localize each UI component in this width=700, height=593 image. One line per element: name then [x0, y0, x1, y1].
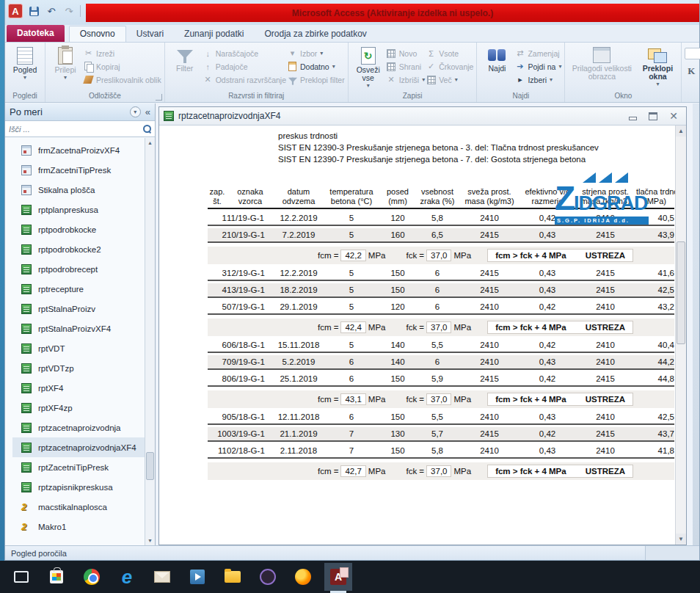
nav-item-rptrecepture[interactable]: rptrecepture: [12, 279, 145, 299]
nav-item-rptpodrobkocke[interactable]: rptpodrobkocke: [12, 219, 145, 239]
nav-item-frmzacetnitippresk[interactable]: frmZacetniTipPresk: [12, 160, 145, 180]
table-row[interactable]: 606/18-G-115.11.201851405,524100,4224104…: [208, 338, 674, 353]
report-scrollbar[interactable]: ▲ ▼: [675, 125, 686, 545]
report-titlebar[interactable]: rptzacetnaproizvodnjaXF4 ✕: [159, 107, 686, 125]
collapse-pane-icon[interactable]: «: [145, 106, 150, 117]
scrollbar-thumb[interactable]: [677, 241, 685, 344]
undo-button[interactable]: ↶: [45, 4, 58, 18]
bittorrent-glyph: [260, 569, 276, 585]
qat-separator: [80, 5, 81, 17]
remove-sort-button[interactable]: ✕Odstrani razvrščanje: [203, 74, 286, 85]
tab-datoteka[interactable]: Datoteka: [7, 25, 65, 42]
advanced-button[interactable]: Dodatno▾: [288, 61, 345, 72]
nav-item-rptvdt[interactable]: rptVDT: [12, 338, 145, 358]
spelling-button[interactable]: ✓Črkovanje: [426, 61, 473, 72]
taskbar-firefox-icon[interactable]: [292, 566, 314, 588]
nav-item-rptxf4[interactable]: rptXF4: [12, 378, 145, 398]
cut-button[interactable]: ✂Izreži: [84, 48, 161, 59]
table-row[interactable]: 507/19-G-129.1.20195120624100,42241043,2: [208, 300, 674, 315]
taskbar-mail-icon[interactable]: [151, 566, 173, 588]
paste-button[interactable]: Prilepi ▾: [48, 45, 82, 80]
nav-item-rptzacetnitippresk[interactable]: rptZacetniTipPresk: [12, 457, 145, 477]
nav-item-rptstalnaproizvxf4[interactable]: rptStalnaProizvXF4: [12, 319, 145, 338]
taskbar-store-icon[interactable]: [45, 566, 68, 588]
nav-item-rptpodrobrecept[interactable]: rptpodrobrecept: [12, 259, 145, 279]
table-cell: 5: [324, 341, 379, 349]
select-button[interactable]: ▸Izberi▾: [515, 74, 561, 85]
filter-button[interactable]: Filter: [168, 45, 202, 73]
save-record-button[interactable]: Shrani: [387, 61, 425, 72]
selection-button[interactable]: ▾Izbor▾: [288, 48, 345, 59]
redo-button[interactable]: ↷: [62, 4, 76, 18]
tab-ustvari[interactable]: Ustvari: [126, 26, 174, 42]
taskbar-access-icon[interactable]: A: [327, 566, 349, 588]
tab-orodja[interactable]: Orodja za zbirke podatkov: [254, 26, 376, 42]
goto-button[interactable]: ➔Pojdi na▾: [515, 61, 561, 72]
taskbar-chrome-icon[interactable]: [81, 566, 103, 588]
nav-item-rptxf4zp[interactable]: rptXF4zp: [12, 398, 145, 418]
totals-button[interactable]: ΣVsote: [426, 48, 473, 59]
new-record-button[interactable]: Novo: [387, 48, 425, 59]
nav-item-macstikalnaplosca[interactable]: macstikalnaplosca: [12, 497, 145, 517]
scroll-down-icon[interactable]: ▼: [676, 534, 686, 545]
taskbar-file-explorer-icon[interactable]: [222, 566, 244, 588]
table-row[interactable]: 210/19-G-17.2.201951606,524150,43241543,…: [208, 228, 674, 243]
nav-item-rptstalnaproizv[interactable]: rptStalnaProizv: [12, 299, 145, 319]
tab-zunanji-podatki[interactable]: Zunanji podatki: [174, 26, 254, 42]
save-button[interactable]: [27, 4, 40, 18]
maximize-button[interactable]: [645, 110, 661, 122]
taskbar-movies-tv-icon[interactable]: [186, 566, 208, 588]
table-row[interactable]: 312/19-G-112.2.20195150624150,43241541,6: [208, 266, 674, 281]
search-input[interactable]: Išči ...: [9, 125, 143, 134]
taskbar-edge-icon[interactable]: e: [116, 566, 138, 588]
minimize-button[interactable]: [624, 110, 641, 122]
switch-windows-button[interactable]: Preklopi okna ▾: [637, 45, 678, 87]
nav-item-stikalna-plo-a[interactable]: Stikalna plošča: [12, 180, 145, 200]
more-button[interactable]: Več▾: [426, 74, 473, 85]
nav-scrollbar[interactable]: ▲ ▼: [145, 138, 155, 545]
tab-osnovno[interactable]: Osnovno: [69, 26, 126, 42]
nav-item-rptzacetnaproizvodnja[interactable]: rptzacetnaproizvodnja: [12, 418, 145, 437]
scroll-up-icon[interactable]: ▲: [676, 125, 686, 137]
table-row[interactable]: 413/19-G-118.2.20195150624150,43241542,5: [208, 283, 674, 298]
nav-item-frmzacetnaproizvxf4[interactable]: frmZacetnaProizvXF4: [12, 140, 145, 160]
dialog-launcher-icon[interactable]: [156, 94, 162, 101]
refresh-icon: ↻: [361, 47, 376, 65]
scroll-up-icon[interactable]: ▲: [145, 138, 155, 148]
toggle-filter-button[interactable]: Preklopi filter: [288, 74, 345, 85]
nav-pane-header[interactable]: Po meri ▾ «: [5, 103, 155, 121]
view-button[interactable]: Pogled ▾: [8, 45, 42, 80]
nav-item-rptplanpreskusa[interactable]: rptplanpreskusa: [12, 200, 145, 219]
scrollbar-thumb[interactable]: [146, 452, 154, 480]
sort-descending-button[interactable]: ↑Padajoče: [203, 61, 286, 72]
status-bar: Pogled poročila: [5, 545, 699, 560]
find-button[interactable]: Najdi: [480, 45, 514, 73]
search-box[interactable]: Išči ...: [5, 121, 155, 137]
nav-item-rptzapisnikpreskusa[interactable]: rptzapisnikpreskusa: [12, 477, 145, 497]
table-row[interactable]: 1003/19-G-121.1.201971305,724150,4224154…: [208, 427, 674, 442]
sort-ascending-button[interactable]: ↓Naraščajoče: [203, 48, 286, 59]
table-row[interactable]: 709/19-G-15.2.20196140624100,43241044,2: [208, 355, 674, 370]
bold-button[interactable]: K: [685, 65, 698, 77]
font-combo[interactable]: [685, 48, 700, 59]
nav-pane-menu-icon[interactable]: ▾: [130, 106, 141, 117]
replace-button[interactable]: ⇄Zamenjaj: [515, 48, 561, 59]
taskbar-bittorrent-icon[interactable]: [257, 566, 279, 588]
table-row[interactable]: 905/18-G-112.11.201861505,524100,4324104…: [208, 410, 674, 425]
nav-item-rptzacetnaproizvodnjaxf4[interactable]: rptzacetnaproizvodnjaXF4: [12, 437, 145, 457]
format-painter-button[interactable]: Preslikovalnik oblik: [84, 74, 161, 85]
nav-item-rptpodrobkocke2[interactable]: rptpodrobkocke2: [12, 239, 145, 259]
close-button[interactable]: ✕: [666, 110, 682, 122]
copy-button[interactable]: Kopiraj: [84, 61, 161, 72]
binoculars-icon: [487, 47, 506, 63]
refresh-all-button[interactable]: ↻ Osveži vse ▾: [351, 45, 385, 88]
access-logo-icon[interactable]: A: [8, 4, 23, 18]
nav-item-makro1[interactable]: Makro1: [12, 517, 145, 536]
resize-form-button[interactable]: Prilagodi velikosti obrazca: [568, 45, 635, 81]
table-row[interactable]: 806/19-G-125.1.201961505,924150,42241544…: [208, 372, 674, 387]
delete-record-button[interactable]: ✕Izbriši▾: [387, 74, 425, 85]
table-row[interactable]: 1102/18-G-12.11.201871505,824100,4324104…: [208, 444, 674, 459]
nav-item-rptvdtzp[interactable]: rptVDTzp: [12, 358, 145, 378]
scroll-down-icon[interactable]: ▼: [145, 536, 155, 545]
taskbar-task-view-icon[interactable]: [10, 566, 32, 588]
